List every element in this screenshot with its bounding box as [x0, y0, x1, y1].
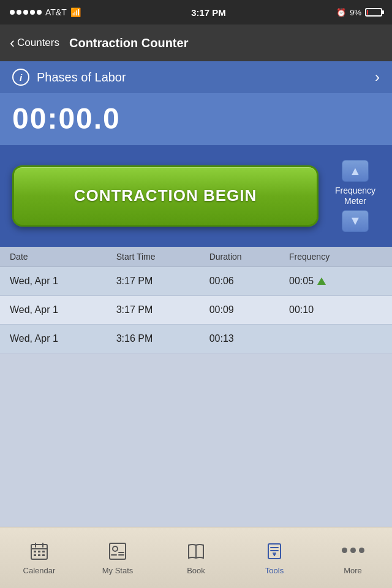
tab-calendar[interactable]: Calendar [0, 527, 78, 588]
carrier-label: AT&T [45, 7, 67, 17]
contraction-btn-label: CONTRACTION BEGIN [74, 186, 257, 205]
cell-duration-0: 00:06 [209, 276, 289, 287]
cell-duration-2: 00:13 [209, 333, 289, 344]
cell-date-2: Wed, Apr 1 [10, 333, 116, 344]
freq-value-1: 00:10 [289, 304, 314, 315]
my-stats-icon [107, 540, 129, 562]
tools-icon [263, 540, 285, 562]
info-icon: i [12, 69, 29, 86]
svg-rect-8 [38, 554, 40, 556]
alarm-icon: ⏰ [336, 8, 346, 17]
tab-more[interactable]: More [314, 527, 392, 588]
svg-rect-10 [110, 543, 126, 559]
up-triangle-icon [317, 277, 326, 285]
status-time: 3:17 PM [191, 7, 226, 18]
tab-calendar-label: Calendar [23, 566, 56, 575]
cell-start-1: 3:17 PM [116, 304, 209, 315]
tab-bar: Calendar My Stats Book [0, 527, 392, 588]
table-row: Wed, Apr 1 3:16 PM 00:13 [0, 325, 392, 353]
battery-percent: 9% [350, 8, 361, 17]
battery-icon [365, 8, 382, 17]
more-icon [342, 540, 364, 562]
info-banner[interactable]: i Phases of Labor › [0, 61, 392, 93]
info-label: Phases of Labor [37, 70, 126, 85]
back-label: Counters [17, 37, 59, 49]
cell-date-0: Wed, Apr 1 [10, 276, 116, 287]
timer-display: 00:00.0 [12, 102, 380, 135]
svg-rect-6 [42, 551, 45, 552]
freq-value-0: 00:05 [289, 276, 314, 287]
back-arrow-icon: ‹ [10, 34, 15, 51]
table-row: Wed, Apr 1 3:17 PM 00:06 00:05 [0, 267, 392, 296]
svg-rect-9 [42, 554, 45, 556]
header-frequency: Frequency [289, 252, 382, 262]
tab-tools[interactable]: Tools [235, 527, 314, 588]
header-start-time: Start Time [116, 252, 209, 262]
contraction-begin-button[interactable]: CONTRACTION BEGIN [12, 165, 318, 227]
back-button[interactable]: ‹ Counters [10, 34, 59, 51]
tab-book[interactable]: Book [157, 527, 235, 588]
frequency-down-button[interactable]: ▼ [342, 210, 369, 232]
status-right: ⏰ 9% [336, 8, 382, 17]
status-left: AT&T 📶 [10, 7, 81, 17]
chevron-right-icon: › [375, 69, 380, 86]
book-icon [185, 540, 207, 562]
tab-more-label: More [344, 566, 362, 575]
table-row: Wed, Apr 1 3:17 PM 00:09 00:10 [0, 296, 392, 325]
table-header: Date Start Time Duration Frequency [0, 247, 392, 267]
table-section: Date Start Time Duration Frequency Wed, … [0, 247, 392, 353]
svg-rect-7 [34, 554, 36, 556]
svg-rect-5 [38, 551, 40, 552]
signal-dots [10, 10, 42, 15]
frequency-up-button[interactable]: ▲ [342, 160, 369, 182]
nav-bar: ‹ Counters Contraction Counter [0, 24, 392, 61]
cell-frequency-1: 00:10 [289, 304, 382, 315]
tab-book-label: Book [187, 566, 205, 575]
button-area: CONTRACTION BEGIN ▲ FrequencyMeter ▼ [0, 145, 392, 247]
wifi-icon: 📶 [70, 7, 81, 17]
cell-frequency-0: 00:05 [289, 276, 382, 287]
timer-section: 00:00.0 [0, 93, 392, 145]
frequency-controls: ▲ FrequencyMeter ▼ [331, 160, 380, 232]
cell-duration-1: 00:09 [209, 304, 289, 315]
header-date: Date [10, 252, 116, 262]
header-duration: Duration [209, 252, 289, 262]
frequency-label: FrequencyMeter [335, 186, 375, 206]
cell-start-0: 3:17 PM [116, 276, 209, 287]
tab-my-stats-label: My Stats [102, 566, 134, 575]
svg-point-11 [113, 546, 118, 551]
cell-date-1: Wed, Apr 1 [10, 304, 116, 315]
page-title: Contraction Counter [69, 36, 188, 50]
calendar-icon [28, 540, 50, 562]
svg-rect-4 [34, 551, 36, 552]
tab-my-stats[interactable]: My Stats [78, 527, 157, 588]
status-bar: AT&T 📶 3:17 PM ⏰ 9% [0, 0, 392, 24]
tab-tools-label: Tools [265, 566, 284, 575]
info-left: i Phases of Labor [12, 69, 126, 86]
cell-start-2: 3:16 PM [116, 333, 209, 344]
